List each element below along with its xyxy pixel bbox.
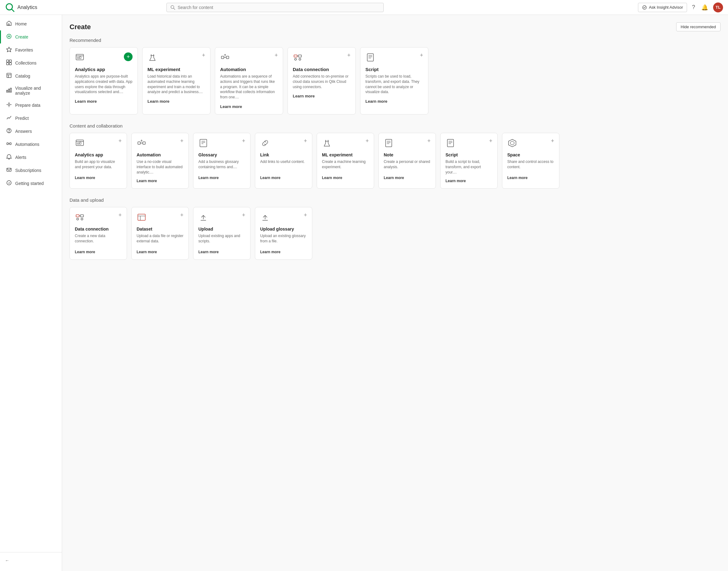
- add-button[interactable]: +: [242, 212, 245, 218]
- add-button[interactable]: +: [180, 138, 184, 144]
- card-desc: Analytics apps are purpose-built applica…: [75, 74, 132, 95]
- svg-rect-61: [447, 139, 453, 147]
- recommended-card[interactable]: + ML experiment Load historical data int…: [142, 47, 210, 115]
- svg-rect-72: [138, 214, 145, 220]
- add-button[interactable]: +: [551, 138, 554, 144]
- svg-rect-24: [10, 143, 11, 145]
- card-icon: [260, 212, 270, 223]
- recommended-card[interactable]: + Automation Automations are a sequence …: [215, 47, 283, 115]
- add-button[interactable]: +: [242, 138, 245, 144]
- data-card[interactable]: + Upload glossary Upload an existing glo…: [255, 207, 312, 260]
- sidebar-item-subscriptions[interactable]: Subscriptions: [0, 164, 62, 177]
- help-button[interactable]: ?: [691, 3, 696, 12]
- content-card[interactable]: + Note Create a personal or shared analy…: [379, 133, 436, 189]
- learn-more-link[interactable]: Learn more: [220, 104, 242, 109]
- card-name: Link: [260, 152, 307, 157]
- add-button[interactable]: +: [347, 52, 350, 58]
- learn-more-link[interactable]: Learn more: [293, 94, 315, 98]
- svg-rect-41: [367, 54, 374, 61]
- add-button[interactable]: +: [180, 212, 184, 218]
- learn-more-link[interactable]: Learn more: [507, 176, 527, 180]
- content-card[interactable]: + Script Build a script to load, transfo…: [440, 133, 498, 189]
- sidebar-item-prepare[interactable]: Prepare data: [0, 99, 62, 112]
- sidebar-item-catalog[interactable]: Catalog: [0, 70, 62, 83]
- insight-advisor-button[interactable]: Ask Insight Advisor: [638, 3, 687, 12]
- recommended-card[interactable]: + Script Scripts can be used to load, tr…: [360, 47, 428, 115]
- hide-recommended-button[interactable]: Hide recommended: [676, 22, 721, 31]
- add-button[interactable]: +: [304, 138, 307, 144]
- search-input[interactable]: [178, 5, 380, 10]
- learn-more-link[interactable]: Learn more: [260, 250, 280, 254]
- svg-rect-18: [8, 89, 10, 92]
- add-button[interactable]: +: [118, 138, 122, 144]
- recommended-card[interactable]: + Data connection Add connections to on-…: [288, 47, 356, 115]
- logo-area: Analytics: [5, 2, 37, 12]
- sidebar-item-alerts[interactable]: Alerts: [0, 151, 62, 164]
- learn-more-link[interactable]: Learn more: [322, 176, 342, 180]
- sidebar-item-collections[interactable]: Collections: [0, 56, 62, 70]
- sidebar-label-home: Home: [15, 21, 27, 26]
- svg-rect-26: [7, 168, 11, 171]
- learn-more-link[interactable]: Learn more: [384, 176, 404, 180]
- notifications-button[interactable]: 🔔: [700, 3, 709, 12]
- learn-more-link[interactable]: Learn more: [198, 176, 219, 180]
- svg-rect-34: [226, 56, 229, 59]
- content-card[interactable]: + Space Share and control access to cont…: [502, 133, 559, 189]
- sidebar-item-automations[interactable]: Automations: [0, 138, 62, 151]
- add-button[interactable]: +: [304, 212, 307, 218]
- subscriptions-icon: [6, 167, 12, 174]
- learn-more-link[interactable]: Learn more: [75, 250, 95, 254]
- sidebar-collapse-button[interactable]: ←: [0, 555, 62, 566]
- content-card[interactable]: + ML experiment Create a machine learnin…: [317, 133, 374, 189]
- svg-marker-65: [509, 139, 516, 147]
- search-bar[interactable]: [167, 3, 384, 12]
- card-top: +: [220, 52, 278, 64]
- sidebar-item-getting-started[interactable]: Getting started: [0, 177, 62, 190]
- recommended-card[interactable]: + Analytics app Analytics apps are purpo…: [70, 47, 138, 115]
- add-button[interactable]: +: [118, 212, 122, 218]
- add-button[interactable]: +: [275, 52, 278, 58]
- learn-more-link[interactable]: Learn more: [136, 179, 157, 183]
- add-button[interactable]: +: [420, 52, 423, 58]
- learn-more-link[interactable]: Learn more: [136, 250, 157, 254]
- add-button[interactable]: +: [489, 138, 492, 144]
- learn-more-link[interactable]: Learn more: [366, 99, 388, 104]
- card-top: +: [260, 138, 307, 149]
- sidebar-item-create[interactable]: Create: [0, 30, 62, 43]
- content-cards-grid: + Analytics app Build an app to visualiz…: [70, 133, 721, 189]
- add-button[interactable]: +: [202, 52, 205, 58]
- learn-more-link[interactable]: Learn more: [260, 176, 280, 180]
- add-button[interactable]: +: [124, 52, 132, 61]
- data-card[interactable]: + Data connection Create a new data conn…: [70, 207, 127, 260]
- learn-more-link[interactable]: Learn more: [75, 176, 95, 180]
- avatar[interactable]: TL: [713, 2, 723, 12]
- learn-more-link[interactable]: Learn more: [75, 99, 97, 104]
- sidebar-item-home[interactable]: Home: [0, 17, 62, 30]
- content-card[interactable]: + Glossary Add a business glossary conta…: [193, 133, 250, 189]
- data-card[interactable]: + Dataset Upload a data file or register…: [131, 207, 189, 260]
- card-name: ML experiment: [147, 67, 205, 72]
- card-icon: [366, 52, 375, 64]
- learn-more-link[interactable]: Learn more: [198, 250, 219, 254]
- svg-rect-67: [76, 215, 79, 217]
- sidebar-item-favorites[interactable]: Favorites: [0, 43, 62, 56]
- content-card[interactable]: + Automation Use a no-code visual interf…: [131, 133, 189, 189]
- svg-rect-52: [200, 139, 207, 147]
- add-button[interactable]: +: [366, 138, 369, 144]
- learn-more-link[interactable]: Learn more: [147, 99, 170, 104]
- card-icon: [198, 212, 208, 223]
- card-desc: Use a no-code visual interface to build …: [136, 159, 184, 175]
- sidebar-item-visualize[interactable]: Visualize and analyze: [0, 83, 62, 99]
- add-button[interactable]: +: [427, 138, 431, 144]
- svg-rect-48: [80, 142, 81, 144]
- svg-point-71: [81, 218, 83, 220]
- data-card[interactable]: + Upload Upload existing apps and script…: [193, 207, 250, 260]
- content-card[interactable]: + Link Add links to useful content. Lear…: [255, 133, 312, 189]
- sidebar-item-answers[interactable]: Answers: [0, 125, 62, 138]
- svg-rect-30: [77, 57, 79, 59]
- svg-point-70: [77, 218, 79, 220]
- learn-more-link[interactable]: Learn more: [445, 179, 466, 183]
- card-top: +: [507, 138, 554, 149]
- sidebar-item-predict[interactable]: Predict: [0, 112, 62, 125]
- content-card[interactable]: + Analytics app Build an app to visualiz…: [70, 133, 127, 189]
